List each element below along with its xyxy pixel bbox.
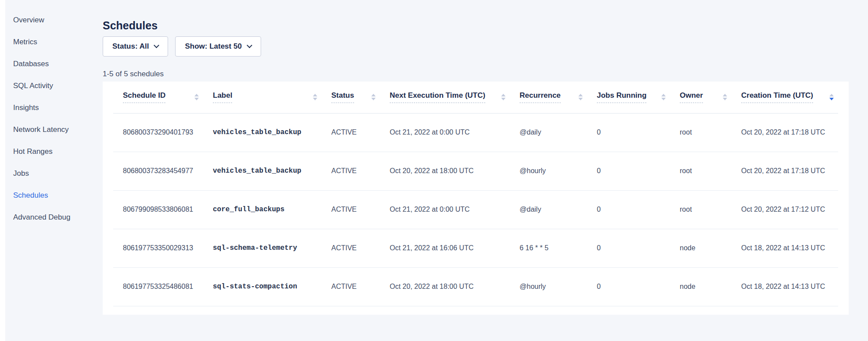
column-header-recurrence[interactable]: Recurrence bbox=[510, 82, 587, 113]
cell-status: ACTIVE bbox=[322, 190, 380, 229]
sidebar-item-jobs[interactable]: Jobs bbox=[5, 163, 97, 185]
column-label: Owner bbox=[680, 91, 703, 103]
sort-icon[interactable] bbox=[371, 94, 376, 100]
cell-creation-time: Oct 18, 2022 at 14:13 UTC bbox=[732, 267, 838, 306]
column-header-schedule-id[interactable]: Schedule ID bbox=[113, 82, 203, 113]
schedules-table: Schedule ID Label Status bbox=[113, 82, 838, 306]
sidebar-item-advanced-debug[interactable]: Advanced Debug bbox=[5, 206, 97, 228]
show-filter-label: Show: Latest 50 bbox=[185, 42, 241, 51]
sidebar-item-metrics[interactable]: Metrics bbox=[5, 31, 97, 53]
cell-jobs-running: 0 bbox=[587, 267, 670, 306]
table-row: 806197753325486081 sql-stats-compaction … bbox=[113, 267, 838, 306]
cell-recurrence: @hourly bbox=[510, 152, 587, 190]
column-header-label[interactable]: Label bbox=[203, 82, 322, 113]
table-header-row: Schedule ID Label Status bbox=[113, 82, 838, 113]
sidebar-item-schedules[interactable]: Schedules bbox=[5, 185, 97, 206]
sort-icon[interactable] bbox=[313, 94, 317, 100]
cell-creation-time: Oct 18, 2022 at 14:13 UTC bbox=[732, 229, 838, 267]
cell-status: ACTIVE bbox=[322, 152, 380, 190]
column-label: Creation Time (UTC) bbox=[741, 91, 813, 103]
column-label: Recurrence bbox=[520, 91, 561, 103]
sort-icon[interactable] bbox=[723, 94, 727, 100]
cell-creation-time: Oct 20, 2022 at 17:12 UTC bbox=[732, 190, 838, 229]
window-left-gutter bbox=[0, 0, 5, 341]
chevron-down-icon bbox=[247, 43, 252, 48]
cell-schedule-id: 806197753325486081 bbox=[113, 267, 203, 306]
status-filter-dropdown[interactable]: Status: All bbox=[103, 36, 168, 57]
sidebar-item-insights[interactable]: Insights bbox=[5, 97, 97, 119]
cell-status: ACTIVE bbox=[322, 229, 380, 267]
sort-icon[interactable] bbox=[194, 94, 199, 100]
column-header-jobs-running[interactable]: Jobs Running bbox=[587, 82, 670, 113]
column-header-next-execution-time[interactable]: Next Execution Time (UTC) bbox=[380, 82, 510, 113]
sidebar-item-hot-ranges[interactable]: Hot Ranges bbox=[5, 141, 97, 163]
cell-owner: root bbox=[670, 190, 732, 229]
cell-label: core_full_backups bbox=[203, 190, 322, 229]
column-label: Next Execution Time (UTC) bbox=[390, 91, 485, 103]
cell-label: vehicles_table_backup bbox=[203, 113, 322, 152]
sidebar-item-databases[interactable]: Databases bbox=[5, 53, 97, 75]
cell-jobs-running: 0 bbox=[587, 152, 670, 190]
sort-icon[interactable] bbox=[578, 94, 583, 100]
cell-status: ACTIVE bbox=[322, 267, 380, 306]
column-label: Label bbox=[213, 91, 232, 103]
column-header-status[interactable]: Status bbox=[322, 82, 380, 113]
column-header-creation-time[interactable]: Creation Time (UTC) bbox=[732, 82, 838, 113]
cell-creation-time: Oct 20, 2022 at 17:18 UTC bbox=[732, 152, 838, 190]
sort-icon-active-desc[interactable] bbox=[829, 94, 834, 100]
cell-owner: node bbox=[670, 229, 732, 267]
filter-bar: Status: All Show: Latest 50 bbox=[103, 36, 261, 57]
cell-next-execution: Oct 21, 2022 at 0:00 UTC bbox=[380, 190, 510, 229]
results-count: 1-5 of 5 schedules bbox=[103, 70, 164, 78]
cell-schedule-id: 806800373283454977 bbox=[113, 152, 203, 190]
cell-creation-time: Oct 20, 2022 at 17:18 UTC bbox=[732, 113, 838, 152]
status-filter-label: Status: All bbox=[112, 42, 149, 51]
show-filter-dropdown[interactable]: Show: Latest 50 bbox=[175, 36, 261, 57]
sort-icon[interactable] bbox=[661, 94, 666, 100]
table-row: 806800373283454977 vehicles_table_backup… bbox=[113, 152, 838, 190]
table-row: 806197753350029313 sql-schema-telemetry … bbox=[113, 229, 838, 267]
table-row: 806799098533806081 core_full_backups ACT… bbox=[113, 190, 838, 229]
cell-next-execution: Oct 20, 2022 at 18:00 UTC bbox=[380, 267, 510, 306]
cell-owner: root bbox=[670, 113, 732, 152]
table-row: 806800373290401793 vehicles_table_backup… bbox=[113, 113, 838, 152]
cell-schedule-id: 806799098533806081 bbox=[113, 190, 203, 229]
cell-label: sql-stats-compaction bbox=[203, 267, 322, 306]
cell-owner: node bbox=[670, 267, 732, 306]
cell-label: vehicles_table_backup bbox=[203, 152, 322, 190]
cell-recurrence: @hourly bbox=[510, 267, 587, 306]
cell-next-execution: Oct 20, 2022 at 18:00 UTC bbox=[380, 152, 510, 190]
cell-jobs-running: 0 bbox=[587, 190, 670, 229]
cell-status: ACTIVE bbox=[322, 113, 380, 152]
cell-recurrence: @daily bbox=[510, 190, 587, 229]
cell-schedule-id: 806800373290401793 bbox=[113, 113, 203, 152]
cell-jobs-running: 0 bbox=[587, 113, 670, 152]
cell-next-execution: Oct 21, 2022 at 16:06 UTC bbox=[380, 229, 510, 267]
column-label: Jobs Running bbox=[597, 91, 646, 103]
column-header-owner[interactable]: Owner bbox=[670, 82, 732, 113]
sidebar-item-sql-activity[interactable]: SQL Activity bbox=[5, 75, 97, 97]
column-label: Status bbox=[331, 91, 354, 103]
cell-recurrence: 6 16 * * 5 bbox=[510, 229, 587, 267]
cell-recurrence: @daily bbox=[510, 113, 587, 152]
sidebar-nav: Overview Metrics Databases SQL Activity … bbox=[5, 9, 97, 228]
page-title: Schedules bbox=[103, 19, 158, 32]
sort-icon[interactable] bbox=[501, 94, 506, 100]
sidebar-item-network-latency[interactable]: Network Latency bbox=[5, 119, 97, 141]
cell-next-execution: Oct 21, 2022 at 0:00 UTC bbox=[380, 113, 510, 152]
schedules-table-card: Schedule ID Label Status bbox=[103, 82, 849, 315]
chevron-down-icon bbox=[154, 43, 160, 48]
cell-label: sql-schema-telemetry bbox=[203, 229, 322, 267]
column-label: Schedule ID bbox=[123, 91, 165, 103]
cell-owner: root bbox=[670, 152, 732, 190]
sidebar-item-overview[interactable]: Overview bbox=[5, 9, 97, 31]
cell-schedule-id: 806197753350029313 bbox=[113, 229, 203, 267]
cell-jobs-running: 0 bbox=[587, 229, 670, 267]
